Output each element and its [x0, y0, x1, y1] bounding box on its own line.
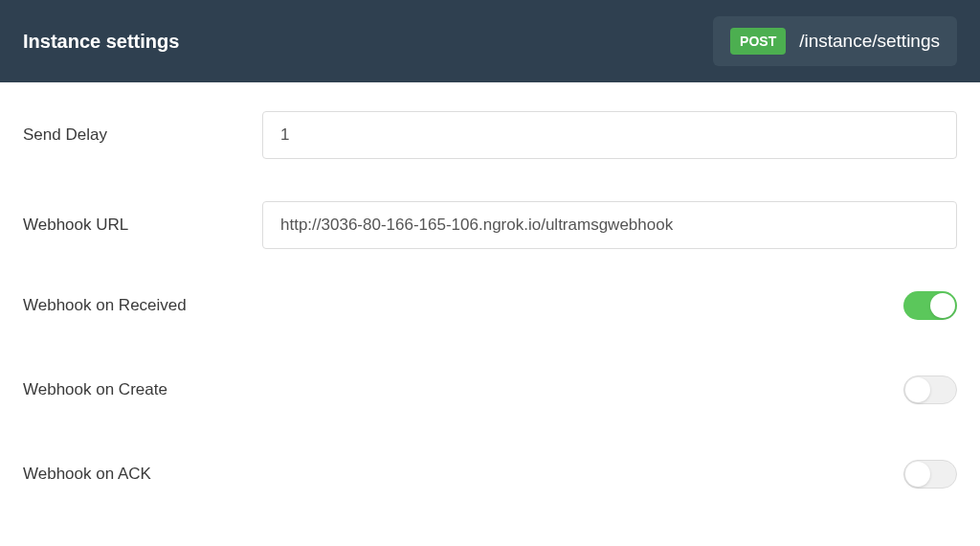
send-delay-row: Send Delay: [23, 111, 957, 159]
webhook-received-toggle[interactable]: [903, 291, 957, 320]
endpoint-path: /instance/settings: [799, 31, 940, 52]
send-delay-input[interactable]: [262, 111, 957, 159]
page-header: Instance settings POST /instance/setting…: [0, 0, 980, 82]
webhook-url-input[interactable]: [262, 201, 957, 249]
webhook-received-label: Webhook on Received: [23, 296, 262, 315]
toggle-knob: [905, 462, 930, 487]
toggle-knob: [930, 293, 955, 318]
page-title: Instance settings: [23, 31, 179, 53]
http-method-badge: POST: [730, 28, 786, 55]
webhook-ack-row: Webhook on ACK: [23, 460, 957, 489]
webhook-url-label: Webhook URL: [23, 216, 262, 235]
toggle-knob: [905, 377, 930, 402]
webhook-ack-label: Webhook on ACK: [23, 465, 262, 484]
webhook-create-toggle[interactable]: [903, 375, 957, 404]
webhook-create-row: Webhook on Create: [23, 375, 957, 404]
webhook-create-label: Webhook on Create: [23, 380, 262, 399]
webhook-url-row: Webhook URL: [23, 201, 957, 249]
settings-form: Send Delay Webhook URL Webhook on Receiv…: [0, 82, 980, 546]
webhook-ack-toggle[interactable]: [903, 460, 957, 489]
webhook-received-row: Webhook on Received: [23, 291, 957, 320]
endpoint-box: POST /instance/settings: [713, 16, 957, 66]
send-delay-label: Send Delay: [23, 125, 262, 145]
